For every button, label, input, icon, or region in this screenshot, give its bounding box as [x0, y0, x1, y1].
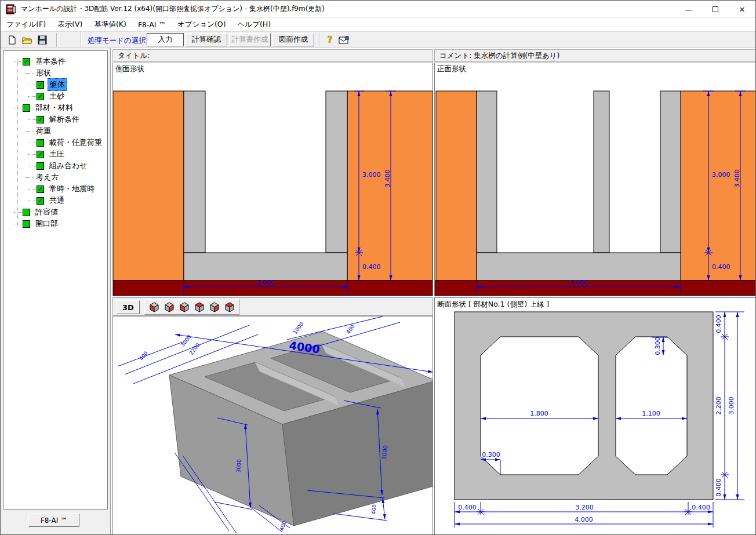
- dim-bottom-width: 4.000: [569, 279, 588, 286]
- tree-item-body[interactable]: 躯体: [3, 79, 67, 90]
- tree-item-surcharge[interactable]: 載荷・任意荷重: [3, 137, 104, 148]
- title-field-bar[interactable]: タイトル:: [112, 49, 433, 62]
- section-panel[interactable]: 断面形状 [ 部材No.1 (側壁) 上縁 ]: [434, 297, 756, 535]
- dim-chamfer-left: 0.300: [482, 451, 500, 458]
- wall-right: [326, 91, 347, 253]
- tree-connector: [28, 189, 36, 190]
- side-view-panel[interactable]: 側面形状 3.000 3.400 0.400: [112, 63, 433, 296]
- dim-total-height: 3.400: [733, 169, 741, 188]
- view-cube-right-icon[interactable]: [163, 301, 176, 314]
- front-view-panel[interactable]: 正面形状 3.000 3.400 0.40: [434, 63, 756, 296]
- tree-item-approach[interactable]: 考え方: [3, 172, 60, 183]
- maximize-button[interactable]: [702, 1, 729, 18]
- tree-item-allowable-values[interactable]: 許容値: [3, 206, 60, 218]
- dim3d-small-left: 400: [138, 350, 149, 362]
- checkbox-checked-icon[interactable]: [37, 93, 44, 100]
- base-slab: [477, 253, 681, 281]
- tree-item-normal-seismic[interactable]: 常時・地震時: [3, 183, 96, 195]
- comment-field-bar[interactable]: コメント: 集水桝の計算例(中壁あり): [434, 49, 756, 62]
- menu-file[interactable]: ファイル(F): [1, 18, 52, 31]
- menu-options[interactable]: オプション(O): [172, 18, 232, 31]
- tree-item-materials[interactable]: 部材・材料: [3, 102, 75, 114]
- view-cube-top-icon[interactable]: [193, 301, 206, 314]
- close-button[interactable]: ✕: [729, 1, 755, 18]
- tree-connector: [14, 108, 22, 108]
- menu-help[interactable]: ヘルプ(H): [232, 18, 277, 31]
- checkbox-checked-icon[interactable]: [37, 116, 44, 123]
- feedback-button[interactable]: [337, 34, 351, 46]
- close-icon: ✕: [739, 5, 746, 14]
- tree-item-opening[interactable]: 開口部: [3, 218, 60, 230]
- wall-right: [660, 91, 681, 253]
- toolbar-separator: [319, 33, 320, 47]
- toolbar-separator: [81, 33, 82, 47]
- new-file-button[interactable]: [5, 34, 19, 46]
- menu-f8ai[interactable]: F8-AI ™: [132, 19, 172, 31]
- tree-item-earth-pressure[interactable]: 土圧: [3, 148, 66, 160]
- view-cube-front-icon[interactable]: [178, 301, 191, 314]
- tree-item-load[interactable]: 荷重: [3, 125, 53, 137]
- checkbox-checked-icon[interactable]: [37, 185, 44, 193]
- menu-standard-values[interactable]: 基準値(K): [88, 18, 132, 31]
- tree-item-combination[interactable]: 組み合わせ: [3, 160, 89, 172]
- dim-bottom-left: 0.400: [458, 504, 477, 511]
- checkbox-checked-icon[interactable]: [37, 81, 44, 89]
- dim-inner-height: 2.200: [715, 396, 722, 415]
- soil-left: [436, 91, 477, 281]
- help-button[interactable]: ?: [323, 34, 337, 46]
- tree-connector: [28, 166, 36, 166]
- view3d-panel[interactable]: 4000 3000 2200 400 1000 400 3000 400 300…: [112, 316, 433, 535]
- dim3d-inner-depth: 2200: [188, 342, 201, 356]
- checkbox-unchecked-icon[interactable]: [37, 162, 44, 170]
- tree-connector: [14, 61, 22, 62]
- dim-opening-right: 1.100: [642, 410, 660, 417]
- mode-input-button[interactable]: 入力: [147, 33, 184, 46]
- tree-item-shape[interactable]: 形状: [3, 67, 53, 79]
- checkbox-unchecked-icon[interactable]: [23, 104, 30, 112]
- mode-select-label: 処理モードの選択: [88, 36, 146, 46]
- middle-wall: [594, 91, 609, 253]
- maximize-icon: [713, 6, 718, 12]
- dim-bottom-width: 3.000: [256, 279, 275, 286]
- tree-connector: [28, 143, 36, 143]
- checkbox-checked-icon[interactable]: [23, 58, 30, 65]
- tree-connector: [28, 201, 36, 201]
- tree-item-common[interactable]: 共通: [3, 195, 66, 206]
- mode-drawing-button[interactable]: 図面作成: [272, 33, 314, 46]
- menu-bar: ファイル(F) 表示(V) 基準値(K) F8-AI ™ オプション(O) ヘル…: [1, 18, 755, 32]
- save-file-button[interactable]: [35, 34, 49, 46]
- view3d-button[interactable]: 3D: [117, 300, 140, 314]
- title-bar: マンホールの設計・3D配筋 Ver.12 (x64)(開口部照査拡張オプション)…: [1, 1, 755, 18]
- mode-calc-check-button[interactable]: 計算確認: [186, 33, 227, 46]
- menu-view[interactable]: 表示(V): [52, 18, 88, 31]
- f8ai-button[interactable]: F8-AI ™: [28, 514, 79, 527]
- checkbox-unchecked-icon[interactable]: [37, 139, 44, 147]
- checkbox-checked-icon[interactable]: [37, 151, 44, 158]
- mode-report-button: 計算書作成: [229, 33, 271, 46]
- checkbox-unchecked-icon[interactable]: [23, 220, 30, 228]
- view3d-drawing: 4000 3000 2200 400 1000 400 3000 400 300…: [113, 316, 432, 535]
- checkbox-checked-icon[interactable]: [37, 197, 44, 205]
- view-cube-left-icon[interactable]: [148, 301, 161, 314]
- tree-connector: [26, 131, 34, 132]
- open-folder-icon: [22, 35, 32, 45]
- minimize-icon: —: [685, 5, 693, 14]
- tree-connector: [28, 154, 36, 155]
- front-view-drawing: 3.000 3.400 0.400 4.000: [435, 63, 756, 296]
- checkbox-unchecked-icon[interactable]: [23, 209, 30, 216]
- view-cube-back-icon[interactable]: [208, 301, 221, 314]
- dim-opening-left: 1.800: [530, 410, 548, 417]
- tree-item-analysis-conditions[interactable]: 解析条件: [3, 114, 81, 125]
- open-file-button[interactable]: [20, 34, 34, 46]
- tree-item-soil[interactable]: 土砂: [3, 90, 66, 102]
- view-cube-bottom-icon[interactable]: [223, 301, 236, 314]
- comment-field-label: コメント: 集水桝の計算例(中壁あり): [439, 51, 560, 61]
- tree-item-basic-conditions[interactable]: 基本条件: [3, 56, 67, 67]
- dim-wall-bottom: 0.400: [715, 478, 722, 497]
- app-window: マンホールの設計・3D配筋 Ver.12 (x64)(開口部照査拡張オプション)…: [0, 0, 756, 535]
- minimize-button[interactable]: —: [675, 1, 702, 18]
- mail-icon: [339, 36, 349, 44]
- dim3d-bottom-small: 400: [279, 520, 287, 531]
- view3d-toolbar: 3D: [112, 297, 433, 316]
- selected-tree-label: 躯体: [48, 78, 67, 91]
